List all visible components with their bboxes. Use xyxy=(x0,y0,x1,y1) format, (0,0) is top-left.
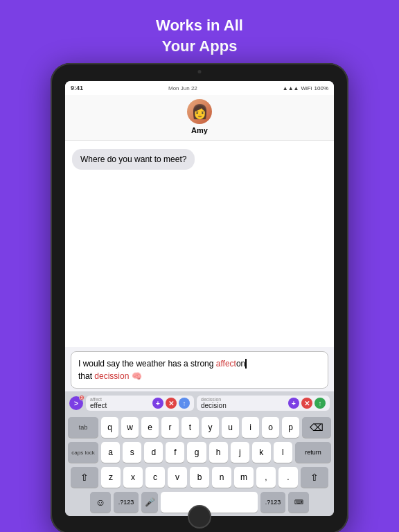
suggestion-2-btn-green[interactable]: ↑ xyxy=(314,398,326,409)
suggestion-pill-2: decission decision + ✕ ↑ xyxy=(197,396,330,411)
key-u[interactable]: u xyxy=(222,417,239,438)
suggestion-1-btn-up[interactable]: ↑ xyxy=(179,398,190,409)
key-k[interactable]: k xyxy=(252,442,271,463)
compose-line2-start: that xyxy=(78,371,94,381)
compose-cursor: on xyxy=(236,359,247,369)
key-shift-right[interactable]: ⇧ xyxy=(301,467,328,488)
contact-name: Amy xyxy=(191,126,208,134)
key-x[interactable]: x xyxy=(123,467,143,488)
suggestion-2-word: decision xyxy=(201,402,286,409)
key-123-right[interactable]: .?123 xyxy=(260,492,285,513)
compose-error-word2: decission xyxy=(94,371,129,381)
suggestion-2-btn-purple[interactable]: + xyxy=(288,398,299,409)
compose-area[interactable]: I would say the weather has a strong aff… xyxy=(71,351,328,389)
compose-text-line2: that decission 🧠 xyxy=(78,370,321,382)
key-c[interactable]: c xyxy=(145,467,165,488)
compose-text: I would say the weather has a strong aff… xyxy=(78,357,321,370)
suggestion-2-btn-red[interactable]: ✕ xyxy=(301,398,312,409)
suggestion-1-word: effect xyxy=(90,402,150,409)
key-h[interactable]: h xyxy=(209,442,228,463)
key-tab[interactable]: tab xyxy=(68,417,98,438)
key-shift-left[interactable]: ⇧ xyxy=(71,467,98,488)
suggestion-1-btn-red[interactable]: ✕ xyxy=(166,398,177,409)
key-delete[interactable]: ⌫ xyxy=(302,417,331,438)
key-i[interactable]: i xyxy=(242,417,259,438)
wifi-icon: WiFi xyxy=(301,85,312,91)
key-f[interactable]: f xyxy=(166,442,184,463)
key-v[interactable]: v xyxy=(168,467,187,488)
key-a[interactable]: a xyxy=(101,442,120,463)
tablet-camera xyxy=(198,70,202,73)
key-emoji[interactable]: ☺ xyxy=(90,492,111,513)
compose-normal-text: I would say the weather has a strong xyxy=(78,359,216,369)
key-period[interactable]: . xyxy=(278,467,298,488)
key-123-left[interactable]: .?123 xyxy=(114,492,139,513)
key-o[interactable]: o xyxy=(262,417,279,438)
key-keyboard[interactable]: ⌨ xyxy=(288,492,309,513)
key-e[interactable]: e xyxy=(141,417,159,438)
suggestion-2-label: decission xyxy=(201,397,286,402)
compose-line2-end: 🧠 xyxy=(129,371,141,381)
key-b[interactable]: b xyxy=(190,467,209,488)
key-z[interactable]: z xyxy=(101,467,121,488)
keyboard: tab q w e r t y u i o p ⌫ caps lock a xyxy=(65,415,334,516)
key-mic[interactable]: 🎤 xyxy=(141,492,158,513)
key-w[interactable]: w xyxy=(121,417,139,438)
key-row-2: caps lock a s d f g h j k l return xyxy=(65,440,334,465)
status-right: ▲▲▲ WiFi 100% xyxy=(283,85,328,91)
status-date: Mon Jun 22 xyxy=(168,85,197,91)
key-comma[interactable]: , xyxy=(256,467,276,488)
key-n[interactable]: n xyxy=(212,467,231,488)
key-j[interactable]: j xyxy=(231,442,249,463)
gp-badge-notification: 3 xyxy=(79,395,85,400)
key-l[interactable]: l xyxy=(274,442,292,463)
tablet-home-button[interactable] xyxy=(188,505,211,529)
key-g[interactable]: g xyxy=(187,442,206,463)
status-time: 9:41 xyxy=(71,85,83,91)
key-t[interactable]: t xyxy=(181,417,199,438)
signal-icon: ▲▲▲ xyxy=(283,85,299,91)
key-m[interactable]: m xyxy=(234,467,254,488)
compose-error-word1: affect xyxy=(216,359,236,369)
received-message: Where do you want to meet? xyxy=(72,149,195,170)
key-return[interactable]: return xyxy=(295,442,331,463)
gp-icon-text: > xyxy=(74,400,78,407)
key-q[interactable]: q xyxy=(101,417,118,438)
key-r[interactable]: r xyxy=(161,417,179,438)
gp-icon-badge[interactable]: > 3 xyxy=(69,396,83,410)
key-capslock[interactable]: caps lock xyxy=(68,442,98,463)
page-title: Works in All Your Apps xyxy=(156,15,243,56)
contact-avatar: 👩 xyxy=(187,99,212,124)
suggestion-1-btn-purple[interactable]: + xyxy=(152,398,163,409)
status-bar: 9:41 Mon Jun 22 ▲▲▲ WiFi 100% xyxy=(65,81,334,95)
tablet-device: 9:41 Mon Jun 22 ▲▲▲ WiFi 100% 👩 Amy Wher… xyxy=(51,63,348,532)
key-s[interactable]: s xyxy=(123,442,141,463)
tablet-screen: 9:41 Mon Jun 22 ▲▲▲ WiFi 100% 👩 Amy Wher… xyxy=(65,81,334,516)
key-row-1: tab q w e r t y u i o p ⌫ xyxy=(65,415,334,440)
key-row-3: ⇧ z x c v b n m , . ⇧ xyxy=(65,465,334,490)
page-background: Works in All Your Apps 9:41 Mon Jun 22 ▲… xyxy=(0,0,399,532)
key-y[interactable]: y xyxy=(202,417,219,438)
key-p[interactable]: p xyxy=(282,417,299,438)
suggestion-1-label: affect xyxy=(90,397,150,402)
key-d[interactable]: d xyxy=(144,442,163,463)
messages-header: 👩 Amy xyxy=(65,95,334,141)
suggestion-pill-1: affect effect + ✕ ↑ xyxy=(86,396,194,411)
suggestions-bar: > 3 affect effect + ✕ ↑ decission decisi… xyxy=(65,391,334,415)
battery-icon: 100% xyxy=(314,85,328,91)
messages-area: Where do you want to meet? xyxy=(65,141,334,347)
